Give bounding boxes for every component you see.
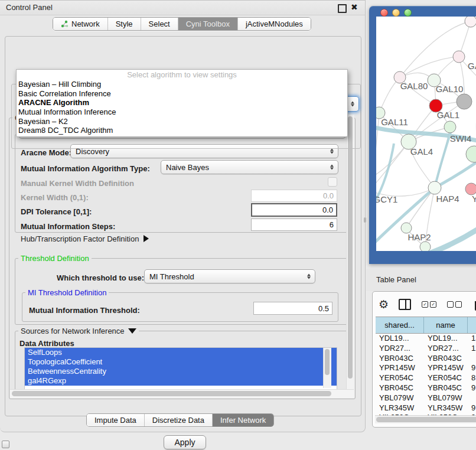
attribute-item-betweennesscentrality[interactable]: BetweennessCentrality	[25, 367, 337, 376]
apply-button-label: Apply	[174, 438, 195, 447]
settings-horizontal-scrollbar[interactable]	[10, 389, 354, 398]
dropdown-option-basic-correlation-inference[interactable]: Basic Correlation Inference	[17, 89, 347, 99]
tab-style[interactable]: Style	[108, 18, 141, 30]
manual-kernel-checkbox[interactable]	[328, 177, 337, 187]
attribute-item-selfloops[interactable]: SelfLoops	[25, 348, 337, 357]
network-node-y[interactable]	[465, 183, 476, 195]
table-horizontal-scrollbar[interactable]	[375, 415, 476, 423]
column-header-name[interactable]: name	[424, 317, 468, 333]
close-icon[interactable]: ✖	[351, 2, 358, 12]
column-header-a[interactable]: A	[468, 317, 476, 333]
float-window-icon[interactable]	[338, 4, 347, 13]
table-row[interactable]: YPR145WYPR145W9.	[376, 363, 476, 373]
mi-type-combo[interactable]: Naive Bayes	[161, 160, 338, 174]
close-traffic-light-icon[interactable]	[380, 9, 388, 17]
table-row[interactable]: YER054CYER054C8.	[376, 373, 476, 383]
tab-label: Network	[71, 19, 100, 28]
mi-steps-field[interactable]: 6	[251, 219, 337, 231]
dpi-tolerance-value: 0.0	[322, 206, 333, 214]
network-node-swi4[interactable]	[444, 121, 456, 133]
network-node[interactable]	[466, 146, 476, 162]
table-row[interactable]: YBL079WYBL079W	[376, 393, 476, 403]
table-row[interactable]: YBR043CYBR043C	[376, 354, 476, 364]
window-title: Control Panel	[6, 3, 53, 12]
dropdown-option-bayesian-hill-climbing[interactable]: Bayesian – Hill Climbing	[17, 80, 347, 89]
tab-jactivemnodules[interactable]: jActiveMNodules	[238, 18, 311, 30]
settings-vertical-scrollbar[interactable]	[346, 115, 354, 398]
select-all-checks-icon[interactable]: ✓ ✓	[422, 301, 436, 308]
table-cell: YBR043C	[376, 354, 424, 364]
chevron-right-icon	[144, 235, 149, 242]
node-label-gal10: GAL10	[436, 84, 464, 94]
network-node-gal[interactable]	[453, 51, 465, 63]
table-cell: 9.	[468, 383, 476, 393]
attributes-list-scrollbar[interactable]	[323, 348, 331, 388]
docked-panel-icon[interactable]	[2, 441, 9, 448]
table-row[interactable]: YDL19...YDL19...13	[376, 334, 476, 344]
table-cell: YBR043C	[424, 354, 468, 364]
tab-cyni-toolbox[interactable]: Cyni Toolbox	[178, 18, 238, 30]
deselect-all-checks-icon[interactable]	[447, 301, 462, 308]
dropdown-option-dream8-dc-tdc-algorithm[interactable]: Dream8 DC_TDC Algorithm	[17, 126, 347, 135]
minimize-traffic-light-icon[interactable]	[392, 9, 400, 17]
attribute-item-gal4rgexp[interactable]: gal4RGexp	[25, 376, 337, 386]
table-row[interactable]: YDR27...YDR27...12	[376, 344, 476, 354]
columns-icon[interactable]	[399, 299, 411, 310]
combo-stepper-icon	[330, 165, 334, 170]
panel-resize-grip[interactable]	[364, 217, 366, 223]
mi-threshold-group-title: MI Threshold Definition	[25, 288, 109, 297]
node-label-gcy1: GCY1	[376, 194, 397, 204]
dropdown-option-mutual-information-inference[interactable]: Mutual Information Inference	[17, 107, 347, 117]
sources-title-text: Sources for Network Inference	[21, 327, 125, 335]
table-cell: YBR045C	[376, 383, 424, 393]
network-node[interactable]	[465, 17, 476, 27]
tab-label: Style	[116, 19, 133, 28]
table-cell: YDL19...	[424, 334, 468, 344]
table-rows: YDL19...YDL19...13YDR27...YDR27...12YBR0…	[376, 334, 476, 416]
which-threshold-combo[interactable]: MI Threshold	[144, 269, 315, 283]
tab-impute-data[interactable]: Impute Data	[87, 414, 145, 426]
mi-threshold-field[interactable]: 0.5	[253, 302, 332, 315]
tab-select[interactable]: Select	[141, 18, 178, 30]
kernel-width-field[interactable]: 0.0	[251, 190, 337, 202]
table-header-row: shared...nameA	[376, 317, 476, 334]
attribute-item-topologicalcoefficient[interactable]: TopologicalCoefficient	[25, 357, 337, 367]
node-label-hap2: HAP2	[407, 232, 431, 242]
table-row[interactable]: YLR345WYLR345W9.	[376, 403, 476, 413]
manual-kernel-label: Manual Kernel Width Definition	[21, 179, 134, 188]
table-cell	[468, 393, 476, 403]
scrollbar-thumb[interactable]	[376, 417, 476, 422]
node-label-gal4: GAL4	[410, 146, 433, 156]
dropdown-option-bayesian-k2[interactable]: Bayesian – K2	[17, 117, 347, 126]
dpi-tolerance-label: DPI Tolerance [0,1]:	[21, 207, 92, 216]
network-node[interactable]	[420, 242, 431, 251]
table-row[interactable]: YBR045CYBR045C9.	[376, 383, 476, 393]
gear-icon[interactable]: ⚙	[379, 298, 389, 311]
hub-section-toggle[interactable]: Hub/Transcription Factor Definition	[21, 234, 149, 243]
node-label-hap4: HAP4	[436, 194, 459, 204]
column-header-shared[interactable]: shared...	[376, 317, 424, 333]
data-attributes-list[interactable]: SelfLoopsTopologicalCoefficientBetweenne…	[24, 347, 337, 390]
table-panel-card: ⚙ ✓ ✓ shared...nameA YDL19...YDL19...13Y…	[372, 291, 476, 428]
network-canvas[interactable]: GALGAL80GAL10GAL1GAL11SWI4GAL4GCY1HAP4YH…	[376, 17, 476, 251]
scrollbar-thumb[interactable]	[325, 349, 330, 375]
network-node-hap4[interactable]	[428, 181, 441, 194]
mi-threshold-label: Mutual Information Threshold:	[29, 306, 140, 315]
table-panel-titlebar: Table Panel	[366, 269, 476, 291]
node-label-y: Y	[472, 194, 476, 204]
scrollbar-thumb[interactable]	[348, 116, 353, 379]
cyni-toolbox-panel: gal-filtered.sif default node Select alg…	[5, 36, 361, 416]
mi-steps-label: Mutual Information Steps:	[21, 222, 115, 231]
combo-stepper-icon	[351, 102, 354, 107]
tab-network[interactable]: Network	[53, 18, 108, 30]
zoom-traffic-light-icon[interactable]	[404, 9, 412, 17]
mi-type-label: Mutual Information Algorithm Type:	[21, 164, 150, 173]
dpi-tolerance-field[interactable]: 0.0	[251, 203, 337, 217]
scrollbar-thumb[interactable]	[12, 391, 331, 396]
dropdown-option-aracne-algorithm[interactable]: ARACNE Algorithm	[17, 98, 347, 107]
tab-infer-network[interactable]: Infer Network	[213, 414, 273, 426]
tab-discretize-data[interactable]: Discretize Data	[145, 414, 213, 426]
apply-button[interactable]: Apply	[164, 435, 206, 449]
table-cell: YDL19...	[376, 334, 424, 344]
network-node[interactable]	[457, 94, 472, 109]
